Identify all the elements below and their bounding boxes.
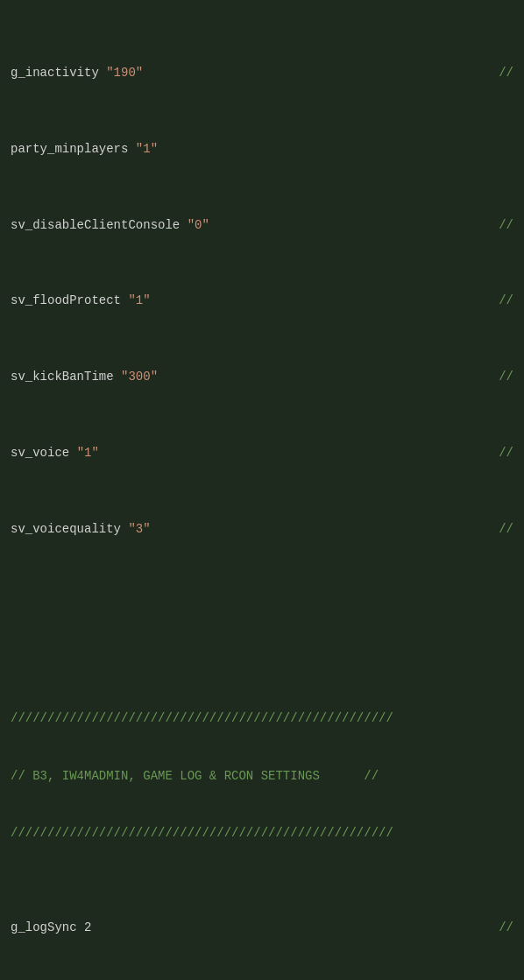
- line-comment: //: [499, 216, 513, 236]
- line-text: // B3, IW4MADMIN, GAME LOG & RCON SETTIN…: [11, 767, 513, 786]
- line-text: g_logSync 2: [11, 919, 499, 938]
- blank-line-1: [11, 615, 513, 634]
- line-comment: //: [499, 919, 513, 938]
- line-text: sv_kickBanTime "300": [11, 368, 499, 387]
- line-comment: //: [499, 444, 513, 463]
- line-text: sv_voicequality "3": [11, 520, 499, 539]
- line-g-logsync: g_logSync 2 //: [11, 919, 513, 938]
- line-comment: //: [499, 64, 513, 83]
- line-text: g_inactivity "190": [11, 64, 499, 83]
- line-sv-voice: sv_voice "1" //: [11, 444, 513, 463]
- line-comment: //: [499, 368, 513, 387]
- line-sv-kick-ban-time: sv_kickBanTime "300" //: [11, 368, 513, 387]
- line-text: ////////////////////////////////////////…: [11, 709, 513, 729]
- line-text: sv_voice "1": [11, 444, 499, 463]
- code-editor: g_inactivity "190" // party_minplayers "…: [0, 0, 524, 980]
- comment-b3-header: // B3, IW4MADMIN, GAME LOG & RCON SETTIN…: [11, 767, 513, 786]
- line-party-minplayers: party_minplayers "1": [11, 140, 513, 159]
- line-text: sv_floodProtect "1": [11, 292, 499, 311]
- line-sv-disable-client-console: sv_disableClientConsole "0" //: [11, 216, 513, 236]
- line-comment: //: [499, 520, 513, 539]
- comment-divider-1: ////////////////////////////////////////…: [11, 709, 513, 729]
- line-comment: //: [499, 292, 513, 311]
- line-text: party_minplayers "1": [11, 140, 513, 159]
- line-text: ////////////////////////////////////////…: [11, 824, 513, 843]
- line-sv-flood-protect: sv_floodProtect "1" //: [11, 292, 513, 311]
- line-sv-voicequality: sv_voicequality "3" //: [11, 520, 513, 539]
- comment-divider-2: ////////////////////////////////////////…: [11, 824, 513, 843]
- line-g-inactivity: g_inactivity "190" //: [11, 64, 513, 83]
- line-text: sv_disableClientConsole "0": [11, 216, 499, 236]
